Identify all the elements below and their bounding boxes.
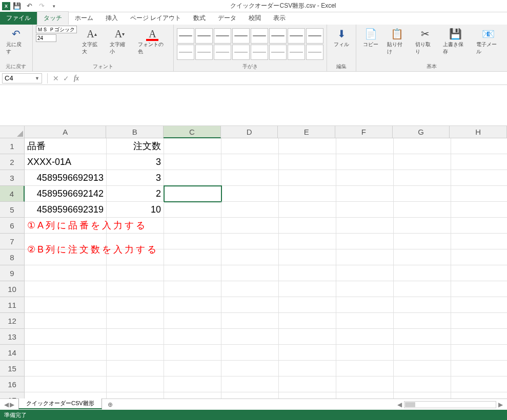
cell-B14[interactable]	[107, 345, 164, 361]
column-header-H[interactable]: H	[450, 126, 507, 138]
qat-undo-button[interactable]: ↶	[24, 1, 35, 12]
ink-style[interactable]	[232, 28, 250, 44]
tab-view[interactable]: 表示	[267, 12, 292, 25]
cell-C10[interactable]	[164, 281, 221, 297]
tab-file[interactable]: ファイル	[0, 12, 37, 25]
row-header-1[interactable]: 1	[0, 138, 25, 154]
tab-touch[interactable]: タッチ	[37, 11, 69, 25]
tab-insert[interactable]: 挿入	[99, 12, 124, 25]
cell-E16[interactable]	[279, 376, 336, 392]
cell-B6[interactable]	[107, 218, 164, 234]
cell-A11[interactable]	[25, 297, 107, 313]
ink-style[interactable]	[177, 28, 194, 44]
cell-E1[interactable]	[279, 138, 336, 154]
tab-review[interactable]: 校閲	[242, 12, 267, 25]
cell-B13[interactable]	[107, 329, 164, 345]
ink-style[interactable]	[269, 28, 287, 44]
cell-C14[interactable]	[164, 345, 221, 361]
column-header-D[interactable]: D	[221, 126, 278, 138]
row-header-4[interactable]: 4	[0, 186, 25, 202]
cell-G6[interactable]	[394, 218, 451, 234]
cell-D12[interactable]	[221, 313, 279, 329]
cell-C8[interactable]	[164, 249, 221, 265]
column-header-C[interactable]: C	[164, 126, 221, 138]
ink-style[interactable]	[306, 28, 323, 44]
row-header-15[interactable]: 15	[0, 361, 25, 376]
cell-B15[interactable]	[107, 361, 164, 376]
cell-G4[interactable]	[394, 186, 451, 202]
cell-G11[interactable]	[394, 297, 451, 313]
cell-H11[interactable]	[451, 297, 507, 313]
cell-A6[interactable]: ①A列に品番を入力する	[25, 218, 107, 234]
formula-cancel-button[interactable]: ✕	[51, 74, 61, 82]
cell-D13[interactable]	[221, 329, 279, 345]
cell-B3[interactable]: 3	[107, 170, 164, 186]
ink-style[interactable]	[251, 28, 268, 44]
row-header-6[interactable]: 6	[0, 218, 25, 234]
column-header-A[interactable]: A	[25, 126, 106, 138]
cell-C11[interactable]	[164, 297, 221, 313]
tab-home[interactable]: ホーム	[69, 12, 99, 25]
cell-E8[interactable]	[279, 249, 336, 265]
cell-D2[interactable]	[221, 154, 279, 170]
cell-F2[interactable]	[336, 154, 394, 170]
cell-B11[interactable]	[107, 297, 164, 313]
column-header-B[interactable]: B	[106, 126, 164, 138]
cell-E3[interactable]	[279, 170, 336, 186]
cell-C9[interactable]	[164, 265, 221, 281]
scrollbar-thumb[interactable]	[405, 402, 415, 407]
cell-A8[interactable]: ②B列に注文数を入力する	[25, 249, 107, 265]
cell-E6[interactable]	[279, 218, 336, 234]
cell-A14[interactable]	[25, 345, 107, 361]
cell-C2[interactable]	[164, 154, 221, 170]
font-shrink-button[interactable]: A▾ 文字縮小	[107, 26, 132, 57]
cell-F4[interactable]	[336, 186, 394, 202]
cell-E4[interactable]	[279, 186, 336, 202]
ink-style[interactable]	[195, 45, 213, 60]
cell-B4[interactable]: 2	[107, 186, 164, 202]
cell-G5[interactable]	[394, 202, 451, 218]
cell-D7[interactable]	[221, 234, 279, 249]
cell-C7[interactable]	[164, 234, 221, 249]
cell-F3[interactable]	[336, 170, 394, 186]
qat-customize-button[interactable]: ▾	[48, 1, 59, 12]
cell-H16[interactable]	[451, 376, 507, 392]
cell-F15[interactable]	[336, 361, 394, 376]
qat-redo-button[interactable]: ↷	[36, 1, 47, 12]
cell-G1[interactable]	[394, 138, 451, 154]
email-button[interactable]: 📧 電子メール	[473, 26, 504, 57]
cell-H12[interactable]	[451, 313, 507, 329]
row-header-9[interactable]: 9	[0, 265, 25, 281]
cell-D6[interactable]	[221, 218, 279, 234]
cell-F16[interactable]	[336, 376, 394, 392]
cell-E7[interactable]	[279, 234, 336, 249]
cell-C5[interactable]	[164, 202, 221, 218]
cell-F11[interactable]	[336, 297, 394, 313]
cell-A5[interactable]: 4589596692319	[25, 202, 107, 218]
ink-style[interactable]	[195, 28, 213, 44]
cell-G13[interactable]	[394, 329, 451, 345]
cell-G9[interactable]	[394, 265, 451, 281]
cell-A4[interactable]: 4589596692142	[25, 186, 107, 202]
cell-E14[interactable]	[279, 345, 336, 361]
cell-H3[interactable]	[451, 170, 507, 186]
cell-A1[interactable]: 品番	[25, 138, 107, 154]
cell-H6[interactable]	[451, 218, 507, 234]
select-all-corner[interactable]	[0, 126, 25, 138]
cell-C4[interactable]	[164, 186, 221, 202]
cell-F8[interactable]	[336, 249, 394, 265]
cell-B2[interactable]: 3	[107, 154, 164, 170]
row-header-10[interactable]: 10	[0, 281, 25, 297]
formula-input[interactable]	[82, 73, 507, 83]
cell-C12[interactable]	[164, 313, 221, 329]
cell-G3[interactable]	[394, 170, 451, 186]
row-header-16[interactable]: 16	[0, 376, 25, 392]
cell-E15[interactable]	[279, 361, 336, 376]
cell-D3[interactable]	[221, 170, 279, 186]
cell-C15[interactable]	[164, 361, 221, 376]
cell-H10[interactable]	[451, 281, 507, 297]
sheet-nav-next[interactable]: ▶	[10, 401, 14, 408]
cell-H13[interactable]	[451, 329, 507, 345]
font-size-select[interactable]	[36, 34, 56, 42]
cell-H9[interactable]	[451, 265, 507, 281]
